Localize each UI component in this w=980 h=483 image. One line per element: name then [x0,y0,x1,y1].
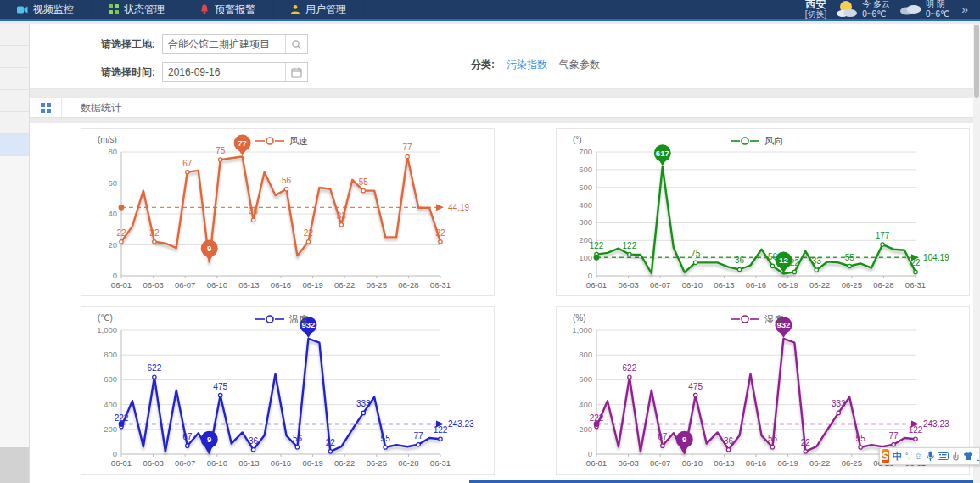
date-input[interactable] [163,63,285,81]
svg-text:333: 333 [832,399,846,408]
sidebar-item-4[interactable] [0,90,29,112]
svg-text:06-25: 06-25 [367,458,387,468]
sidebar-bottom-block [0,447,29,483]
svg-text:600: 600 [579,374,592,384]
svg-text:400: 400 [579,400,592,409]
nav-more-arrow[interactable]: » [961,3,968,16]
sidebar-item-3[interactable] [0,68,29,90]
temperature-chart: 02004006008001,00006-0106-0306-0706-1006… [81,306,495,475]
grid-icon[interactable] [30,98,62,117]
svg-text:617: 617 [656,149,669,158]
svg-text:55: 55 [359,177,369,187]
sidebar-item-5[interactable] [0,112,29,134]
site-input-wrap [162,34,308,54]
nav-item-user-manage[interactable]: 用户管理 [273,0,364,20]
svg-text:36: 36 [249,436,259,446]
category-option-pollution[interactable]: 污染指数 [507,58,547,72]
svg-text:06-07: 06-07 [650,458,670,468]
svg-text:06-28: 06-28 [398,280,418,289]
emoji-icon[interactable]: ☺ [914,449,923,463]
user-icon [290,4,300,14]
nav-item-video-monitor[interactable]: 视频监控 [0,0,92,20]
svg-text:243.23: 243.23 [448,419,474,429]
svg-text:(°): (°) [573,135,582,144]
nav-item-status-manage[interactable]: 状态管理 [92,0,182,20]
svg-text:22: 22 [435,228,445,238]
svg-text:104.19: 104.19 [923,253,949,262]
svg-text:122: 122 [434,425,448,435]
svg-text:22: 22 [326,438,336,447]
svg-text:风速: 风速 [289,136,308,146]
city-block[interactable]: 西安 [切换] [805,0,827,19]
svg-text:06-16: 06-16 [271,458,291,468]
svg-text:40: 40 [108,209,117,218]
svg-text:36: 36 [735,256,745,265]
alarm-icon [199,4,210,14]
svg-text:06-28: 06-28 [873,280,893,289]
svg-text:06-31: 06-31 [430,458,451,468]
scrollbar-thumb[interactable] [974,25,979,98]
svg-text:06-01: 06-01 [586,458,607,468]
svg-text:06-16: 06-16 [271,280,291,289]
skin-icon[interactable] [963,452,973,461]
svg-text:06-13: 06-13 [238,280,259,289]
svg-text:06-13: 06-13 [714,280,734,289]
svg-text:622: 622 [148,363,162,373]
svg-text:1,000: 1,000 [572,325,592,334]
svg-text:77: 77 [414,431,424,441]
tomorrow-temp: 0~6℃ [926,9,949,20]
svg-text:22: 22 [116,228,126,238]
microphone-icon[interactable] [927,451,934,462]
punctuation-icon[interactable]: °, [905,449,910,463]
city-name: 西安 [805,0,827,9]
svg-text:06-01: 06-01 [586,280,607,289]
city-switch-link[interactable]: [切换] [805,9,827,19]
svg-text:06-19: 06-19 [302,280,322,289]
nav-weather-area: 西安 [切换] 今 多云 0~6℃ 明 阴 0~6℃ » [805,0,980,20]
sidebar-item-1[interactable] [0,24,29,46]
svg-text:600: 600 [579,165,592,174]
calendar-icon[interactable] [285,63,307,81]
svg-text:55: 55 [856,434,866,443]
sogou-logo[interactable]: S [882,449,889,463]
svg-text:56: 56 [282,176,292,185]
handwriting-icon[interactable] [952,452,960,462]
svg-text:622: 622 [623,363,637,373]
wind-speed-chart: 02040608006-0106-0306-0706-1006-1306-160… [81,128,495,296]
svg-text:800: 800 [104,350,117,359]
svg-text:06-25: 06-25 [367,280,387,289]
weather-today: 今 多云 0~6℃ [835,0,890,20]
more-icon[interactable] [977,452,980,461]
sun-cloud-icon [835,0,859,20]
filter-panel: 请选择工地: 请选择时间: 分类: 污染指数 气象参数 [30,24,973,89]
svg-text:风向: 风向 [764,136,783,146]
svg-text:06-10: 06-10 [682,458,703,468]
svg-text:06-31: 06-31 [905,280,926,289]
nav-item-label: 视频监控 [33,3,74,17]
svg-text:177: 177 [876,231,890,240]
svg-text:122: 122 [909,425,923,435]
site-input[interactable] [163,35,285,53]
svg-text:06-10: 06-10 [207,458,227,468]
nav-item-label: 状态管理 [124,3,165,17]
chinese-mode-icon[interactable]: 中 [893,449,902,463]
sidebar-item-6-selected[interactable] [0,134,29,156]
category-option-weather[interactable]: 气象参数 [559,58,600,72]
svg-text:56: 56 [293,434,303,443]
svg-text:温度: 温度 [289,314,308,324]
svg-text:0: 0 [588,271,592,280]
nav-item-alarm[interactable]: 预警报警 [182,0,273,20]
svg-text:06-31: 06-31 [430,280,451,289]
today-desc: 多云 [873,0,890,8]
search-icon[interactable] [285,35,307,53]
svg-text:12: 12 [779,256,788,265]
svg-text:0: 0 [588,449,592,458]
svg-text:06-19: 06-19 [302,458,322,468]
sidebar-item-2[interactable] [0,46,29,68]
svg-text:200: 200 [579,424,592,434]
svg-text:22: 22 [801,438,811,447]
keyboard-icon[interactable] [938,452,949,460]
svg-text:475: 475 [688,382,703,391]
left-sidebar [0,24,30,483]
svg-text:9: 9 [207,244,211,253]
